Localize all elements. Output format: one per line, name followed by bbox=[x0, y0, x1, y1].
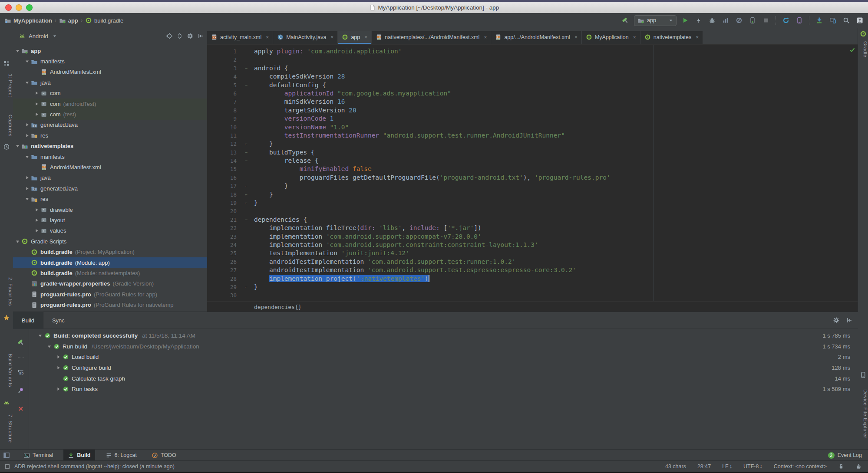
build-output-row[interactable]: Run tasks1 s 589 ms bbox=[29, 384, 858, 394]
tool-button-project[interactable]: 1: Project bbox=[0, 69, 13, 102]
code-line[interactable]: 29⌐} bbox=[207, 283, 858, 291]
filter-messages-icon[interactable]: ab bbox=[17, 369, 24, 376]
editor-tab[interactable]: app× bbox=[338, 31, 371, 44]
close-tab-icon[interactable]: × bbox=[574, 34, 578, 40]
hide-panel-icon[interactable] bbox=[197, 32, 205, 40]
tool-window-button-terminal[interactable]: Terminal bbox=[19, 450, 57, 461]
stop-icon[interactable] bbox=[761, 16, 771, 25]
status-box-icon[interactable] bbox=[4, 463, 10, 470]
tree-item[interactable]: com bbox=[13, 88, 207, 99]
code-line[interactable]: 11 testInstrumentationRunner "android.su… bbox=[207, 131, 858, 140]
profiler-icon[interactable] bbox=[721, 16, 730, 25]
code-line[interactable]: 7 minSdkVersion 16 bbox=[207, 98, 858, 106]
project-view-selector[interactable]: Android bbox=[29, 33, 48, 39]
tree-item[interactable]: Gradle Scripts bbox=[13, 236, 207, 246]
code-line[interactable]: 20 bbox=[207, 207, 858, 215]
rerun-build-icon[interactable] bbox=[17, 339, 24, 346]
settings-gear-icon[interactable] bbox=[186, 32, 194, 40]
macos-titlebar[interactable]: MyApplication [~/Desktop/MyApplication] … bbox=[0, 2, 868, 13]
tree-item[interactable]: java bbox=[13, 173, 207, 183]
close-tab-icon[interactable]: × bbox=[330, 34, 333, 40]
code-line[interactable]: 25 testImplementation 'junit:junit:4.12' bbox=[207, 249, 858, 257]
close-window-button[interactable] bbox=[5, 4, 12, 11]
code-line[interactable]: 14− release { bbox=[207, 157, 858, 165]
tool-window-switcher-icon[interactable] bbox=[0, 452, 13, 459]
device-file-explorer-icon[interactable] bbox=[860, 371, 867, 378]
tree-item[interactable]: gradle-wrapper.properties(Gradle Version… bbox=[13, 279, 207, 289]
editor-tab[interactable]: MyApplication× bbox=[582, 31, 640, 44]
build-output-row[interactable]: Load build2 ms bbox=[29, 351, 858, 362]
encoding-selector[interactable]: UTF-8↕ bbox=[743, 463, 762, 470]
tree-item[interactable]: manifests bbox=[13, 151, 207, 162]
minimize-window-button[interactable] bbox=[16, 4, 22, 11]
code-line[interactable]: 1apply plugin: 'com.android.application' bbox=[207, 47, 858, 56]
tree-item[interactable]: com(test) bbox=[13, 109, 207, 119]
editor-tab[interactable]: nativetemplates× bbox=[640, 31, 703, 44]
tree-item[interactable]: app bbox=[13, 46, 207, 56]
favorites-star-icon[interactable] bbox=[3, 314, 10, 321]
avd-manager-icon[interactable] bbox=[795, 16, 804, 25]
code-editor[interactable]: 1apply plugin: 'com.android.application'… bbox=[207, 45, 858, 304]
code-line[interactable]: 13− buildTypes { bbox=[207, 148, 858, 157]
highlighting-level-icon[interactable] bbox=[855, 463, 862, 470]
device-connections-icon[interactable] bbox=[828, 16, 838, 25]
tree-item[interactable]: nativetemplates bbox=[13, 141, 207, 151]
sync-project-icon[interactable] bbox=[781, 16, 791, 25]
tree-item[interactable]: build.gradle(Module: app) bbox=[13, 257, 207, 268]
line-ending-selector[interactable]: LF↕ bbox=[722, 463, 732, 470]
run-on-device-icon[interactable] bbox=[748, 16, 757, 25]
code-line[interactable]: 26 androidTestImplementation 'com.androi… bbox=[207, 258, 858, 266]
code-line[interactable]: 8 targetSdkVersion 28 bbox=[207, 106, 858, 115]
build-hide-panel-icon[interactable] bbox=[845, 316, 854, 325]
code-line[interactable]: 19⌐} bbox=[207, 199, 858, 207]
build-variants-android-icon[interactable] bbox=[3, 399, 10, 406]
close-tab-icon[interactable]: × bbox=[364, 34, 367, 40]
build-output-row[interactable]: Configure build128 ms bbox=[29, 362, 858, 373]
code-line[interactable]: 27 androidTestImplementation 'com.androi… bbox=[207, 266, 858, 274]
editor-tab[interactable]: nativetemplates/.../AndroidManifest.xml× bbox=[372, 31, 491, 44]
expand-all-icon[interactable] bbox=[176, 32, 184, 40]
code-line[interactable]: 15 minifyEnabled false bbox=[207, 165, 858, 173]
tree-item[interactable]: generatedJava bbox=[13, 183, 207, 194]
build-panel-tab[interactable]: Sync bbox=[43, 312, 73, 328]
zoom-window-button[interactable] bbox=[26, 4, 33, 11]
tree-item[interactable]: com(androidTest) bbox=[13, 99, 207, 109]
code-line[interactable]: 30 bbox=[207, 291, 858, 299]
debug-icon[interactable] bbox=[707, 16, 717, 25]
tree-item[interactable]: generatedJava bbox=[13, 120, 207, 130]
sdk-manager-icon[interactable] bbox=[815, 16, 824, 25]
build-output-row[interactable]: Calculate task graph14 ms bbox=[29, 373, 858, 384]
tree-item[interactable]: AndroidManifest.xml bbox=[13, 67, 207, 77]
profile-avatar-icon[interactable] bbox=[855, 16, 865, 25]
close-tab-icon[interactable]: × bbox=[266, 34, 269, 40]
event-log-button[interactable]: Event Log bbox=[838, 452, 862, 458]
tool-button-favorites[interactable]: 2: Favorites bbox=[0, 273, 13, 310]
code-line[interactable]: 22 implementation fileTree(dir: 'libs', … bbox=[207, 224, 858, 232]
close-tab-icon[interactable]: × bbox=[484, 34, 487, 40]
tool-window-button-todo[interactable]: TODO bbox=[147, 450, 181, 461]
editor-tab[interactable]: CMainActivity.java× bbox=[273, 31, 337, 44]
tool-window-button-6-logcat[interactable]: 6: Logcat bbox=[101, 450, 141, 461]
code-line[interactable]: 28 implementation project(':nativetempla… bbox=[207, 275, 858, 283]
code-line[interactable]: 5− defaultConfig { bbox=[207, 81, 858, 89]
tool-button-build-variants[interactable]: Build Variants bbox=[0, 348, 13, 393]
code-line[interactable]: 23 implementation 'com.android.support:a… bbox=[207, 233, 858, 241]
run-configuration-combo[interactable]: app bbox=[634, 15, 677, 26]
code-line[interactable]: 18⌐ } bbox=[207, 191, 858, 199]
tree-item[interactable]: manifests bbox=[13, 56, 207, 66]
code-line[interactable]: 2 bbox=[207, 56, 858, 64]
build-hammer-icon[interactable] bbox=[620, 16, 630, 25]
intention-bulb-icon[interactable] bbox=[256, 267, 261, 273]
code-line[interactable]: 4 compileSdkVersion 28 bbox=[207, 72, 858, 81]
close-tab-icon[interactable]: × bbox=[633, 34, 636, 40]
tree-item[interactable]: layout bbox=[13, 215, 207, 225]
search-everywhere-icon[interactable] bbox=[842, 16, 851, 25]
tool-button-structure[interactable]: 7: Structure bbox=[0, 411, 13, 447]
tree-item[interactable]: values bbox=[13, 226, 207, 236]
code-line[interactable]: 6 applicationId "com.google.ads.myapplic… bbox=[207, 89, 858, 98]
lock-icon[interactable] bbox=[838, 463, 844, 470]
build-output-row[interactable]: Build: completed successfullyat 11/5/18,… bbox=[29, 330, 858, 341]
build-output-row[interactable]: Run build/Users/jweisbaum/Desktop/MyAppl… bbox=[29, 341, 858, 352]
tool-button-device-file-explorer[interactable]: Device File Explorer bbox=[858, 381, 868, 446]
code-line[interactable]: 21−dependencies { bbox=[207, 216, 858, 224]
